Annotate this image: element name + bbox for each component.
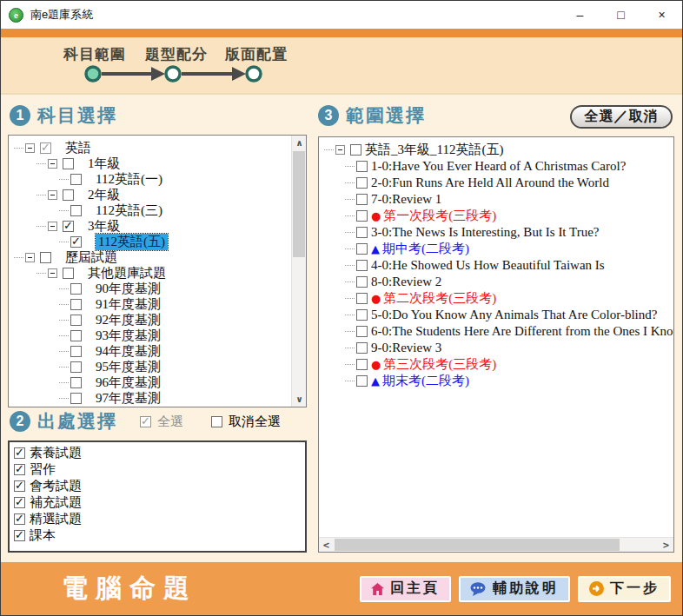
close-button[interactable]: × xyxy=(641,1,682,29)
tree-item[interactable]: ▲期中考(二段考) xyxy=(322,241,672,257)
next-step-button[interactable]: 下一步 xyxy=(578,576,671,602)
item-checkbox[interactable] xyxy=(356,342,368,354)
tree-item[interactable]: 112英語(三) xyxy=(12,202,288,218)
tree-item[interactable]: 91年度基測 xyxy=(12,296,288,312)
toggle-all-button[interactable]: 全選／取消 xyxy=(570,105,673,129)
item-checkbox[interactable] xyxy=(14,513,25,525)
item-checkbox[interactable] xyxy=(40,142,51,154)
tree-item[interactable]: ●第一次段考(三段考) xyxy=(322,208,672,224)
expand-toggle-icon[interactable] xyxy=(48,190,57,200)
scrollbar-thumb[interactable] xyxy=(293,151,305,257)
item-checkbox[interactable] xyxy=(356,161,368,172)
list-item[interactable]: 課本 xyxy=(11,527,303,544)
help-button[interactable]: 輔助說明 xyxy=(459,576,570,602)
item-checkbox[interactable] xyxy=(356,276,368,288)
item-checkbox[interactable] xyxy=(356,177,368,189)
tree-item[interactable]: 歷屆試題 xyxy=(12,249,288,265)
tree-item[interactable]: 96年度基測 xyxy=(12,374,288,390)
scrollbar-thumb[interactable] xyxy=(335,539,620,551)
tree-item[interactable]: 4-0:He Showed Us How Beautiful Taiwan Is xyxy=(322,257,672,274)
item-checkbox[interactable] xyxy=(356,293,368,304)
tree-item[interactable]: 112英語(一) xyxy=(12,171,288,187)
expand-toggle-icon[interactable] xyxy=(25,253,35,262)
tree-item[interactable]: 7-0:Review 1 xyxy=(322,191,672,208)
list-item[interactable]: 補充試題 xyxy=(11,494,303,511)
list-item[interactable]: 精選試題 xyxy=(11,511,303,527)
item-checkbox[interactable] xyxy=(350,144,361,156)
tree-item[interactable]: 97年度基測 xyxy=(12,390,288,406)
item-checkbox[interactable] xyxy=(63,158,74,169)
item-checkbox[interactable] xyxy=(356,309,368,321)
list-item[interactable]: 素養試題 xyxy=(11,445,303,461)
vertical-scrollbar[interactable]: ∧ ∨ xyxy=(291,136,306,407)
tree-item[interactable]: 1年級 xyxy=(12,156,288,171)
tree-item[interactable]: 5-0:Do You Know Any Animals That Are Col… xyxy=(322,307,672,323)
tree-item[interactable]: 其他題庫試題 xyxy=(12,265,288,281)
item-checkbox[interactable] xyxy=(356,375,368,387)
item-checkbox[interactable] xyxy=(356,243,368,255)
tree-item[interactable]: 3-0:The News Is Interesting, But Is It T… xyxy=(322,224,672,241)
item-checkbox[interactable] xyxy=(40,252,51,263)
tree-item[interactable]: 92年度基測 xyxy=(12,312,288,328)
tree-item[interactable]: 英語 xyxy=(12,140,288,156)
item-checkbox[interactable] xyxy=(70,377,82,388)
tree-item[interactable]: 9-0:Review 3 xyxy=(322,340,672,356)
item-checkbox[interactable] xyxy=(14,530,25,541)
tree-item[interactable]: 90年度基測 xyxy=(12,281,288,296)
item-checkbox[interactable] xyxy=(356,326,368,337)
item-checkbox[interactable] xyxy=(356,210,368,222)
item-checkbox[interactable] xyxy=(70,346,82,357)
list-item[interactable]: 會考試題 xyxy=(11,478,303,494)
item-checkbox[interactable] xyxy=(70,330,82,341)
item-checkbox[interactable] xyxy=(356,359,368,370)
home-button[interactable]: 回主頁 xyxy=(360,576,451,602)
tree-item[interactable]: 94年度基測 xyxy=(12,343,288,359)
item-checkbox[interactable] xyxy=(356,260,368,271)
expand-toggle-icon[interactable] xyxy=(48,222,57,231)
expand-toggle-icon[interactable] xyxy=(48,268,57,278)
tree-item[interactable]: 3年級 xyxy=(12,218,288,234)
maximize-button[interactable]: □ xyxy=(600,1,641,29)
tree-item[interactable]: 2-0:Fun Runs Are Held All Around the Wor… xyxy=(322,175,672,191)
item-checkbox[interactable] xyxy=(63,221,74,232)
checkbox-icon[interactable] xyxy=(140,416,151,427)
item-checkbox[interactable] xyxy=(14,447,25,459)
list-item[interactable]: 習作 xyxy=(11,461,303,478)
scroll-up-icon[interactable]: ∧ xyxy=(292,136,307,150)
item-checkbox[interactable] xyxy=(63,189,74,201)
item-checkbox[interactable] xyxy=(14,497,25,508)
tree-item[interactable]: 英語_3年級_112英語(五) xyxy=(322,142,672,158)
deselect-all-checkbox[interactable]: 取消全選 xyxy=(211,414,281,430)
item-checkbox[interactable] xyxy=(70,174,82,185)
item-checkbox[interactable] xyxy=(70,299,82,310)
expand-toggle-icon[interactable] xyxy=(335,145,345,155)
item-checkbox[interactable] xyxy=(70,361,82,373)
tree-item[interactable]: 2年級 xyxy=(12,187,288,202)
item-checkbox[interactable] xyxy=(14,464,25,475)
item-checkbox[interactable] xyxy=(14,480,25,492)
item-checkbox[interactable] xyxy=(70,283,82,295)
item-checkbox[interactable] xyxy=(70,393,82,404)
item-checkbox[interactable] xyxy=(356,227,368,238)
item-checkbox[interactable] xyxy=(63,268,74,279)
tree-item[interactable]: 93年度基測 xyxy=(12,328,288,343)
item-checkbox[interactable] xyxy=(70,315,82,326)
expand-toggle-icon[interactable] xyxy=(25,143,35,153)
expand-toggle-icon[interactable] xyxy=(48,159,57,169)
tree-item[interactable]: 95年度基測 xyxy=(12,359,288,374)
tree-item[interactable]: 1-0:Have You Ever Heard of A Christmas C… xyxy=(322,158,672,175)
tree-item[interactable]: 8-0:Review 2 xyxy=(322,274,672,290)
item-checkbox[interactable] xyxy=(70,236,82,248)
tree-item[interactable]: ▲期末考(二段考) xyxy=(322,373,672,389)
tree-item[interactable]: ●第二次段考(三段考) xyxy=(322,290,672,307)
tree-item[interactable]: 112英語(五) xyxy=(12,234,288,249)
horizontal-scrollbar[interactable]: < > xyxy=(319,537,673,552)
scroll-right-icon[interactable]: > xyxy=(659,538,673,553)
select-all-checkbox[interactable]: 全選 xyxy=(140,414,183,430)
scroll-left-icon[interactable]: < xyxy=(319,538,334,553)
minimize-button[interactable]: – xyxy=(560,1,600,29)
scroll-down-icon[interactable]: ∨ xyxy=(292,392,307,407)
item-checkbox[interactable] xyxy=(70,205,82,216)
tree-item[interactable]: ●第三次段考(三段考) xyxy=(322,356,672,373)
tree-item[interactable]: 6-0:The Students Here Are Different from… xyxy=(322,323,672,340)
